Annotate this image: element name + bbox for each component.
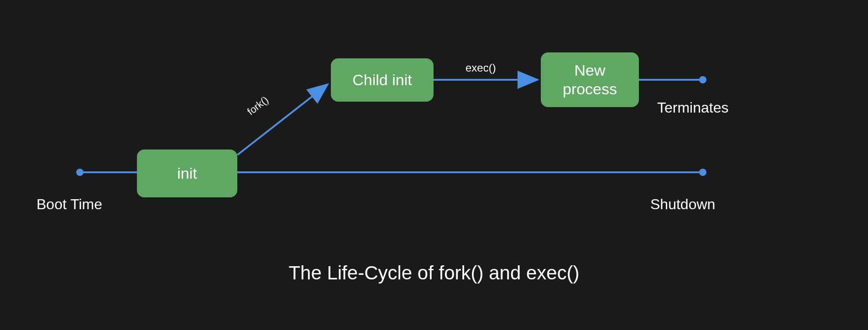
child-init-node: Child init — [331, 58, 434, 102]
shutdown-label: Shutdown — [650, 196, 715, 213]
init-node-label: init — [177, 164, 197, 183]
boot-time-dot — [76, 169, 84, 176]
lifecycle-diagram: init Child init New process fork() exec(… — [0, 0, 868, 330]
boot-time-label: Boot Time — [37, 196, 102, 213]
fork-arrow — [237, 84, 328, 155]
init-node: init — [137, 150, 237, 197]
terminates-label: Terminates — [657, 99, 729, 116]
shutdown-dot — [699, 169, 706, 176]
new-process-node: New process — [541, 52, 639, 107]
diagram-title: The Life-Cycle of fork() and exec() — [0, 262, 868, 284]
fork-edge-label: fork() — [245, 94, 271, 118]
exec-edge-label: exec() — [465, 62, 496, 74]
terminates-dot — [699, 76, 706, 83]
new-process-node-label: New process — [563, 61, 617, 98]
child-init-node-label: Child init — [352, 71, 412, 89]
